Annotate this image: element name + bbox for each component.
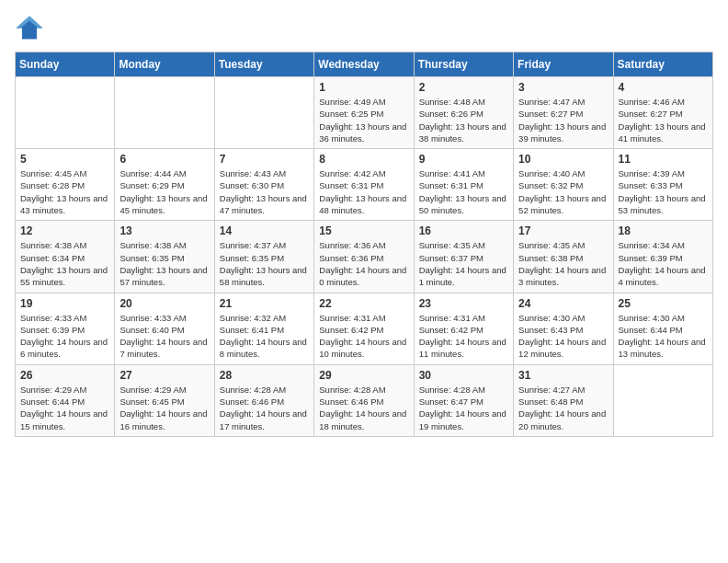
calendar-day-cell: 5Sunrise: 4:45 AM Sunset: 6:28 PM Daylig… [16,149,115,221]
calendar-day-cell: 16Sunrise: 4:35 AM Sunset: 6:37 PM Dayli… [414,221,513,293]
day-number: 23 [419,297,508,310]
day-info: Sunrise: 4:31 AM Sunset: 6:42 PM Dayligh… [419,312,508,361]
day-number: 29 [319,369,408,382]
day-info: Sunrise: 4:33 AM Sunset: 6:39 PM Dayligh… [20,312,109,361]
day-number: 18 [619,224,708,237]
day-number: 13 [119,224,209,237]
day-number: 9 [419,153,508,166]
day-of-week-header: Tuesday [214,52,313,77]
calendar-day-cell: 17Sunrise: 4:35 AM Sunset: 6:38 PM Dayli… [514,221,613,293]
day-info: Sunrise: 4:28 AM Sunset: 6:46 PM Dayligh… [220,384,309,432]
calendar-day-cell: 3Sunrise: 4:47 AM Sunset: 6:27 PM Daylig… [514,77,613,149]
day-info: Sunrise: 4:31 AM Sunset: 6:42 PM Dayligh… [319,312,408,361]
day-info: Sunrise: 4:44 AM Sunset: 6:29 PM Dayligh… [119,167,209,216]
calendar-header-row: SundayMondayTuesdayWednesdayThursdayFrid… [16,52,713,77]
day-info: Sunrise: 4:45 AM Sunset: 6:28 PM Dayligh… [20,167,109,216]
day-number: 20 [119,297,209,310]
day-info: Sunrise: 4:42 AM Sunset: 6:31 PM Dayligh… [319,167,408,216]
calendar-day-cell: 12Sunrise: 4:38 AM Sunset: 6:34 PM Dayli… [16,221,115,293]
calendar-week-row: 26Sunrise: 4:29 AM Sunset: 6:44 PM Dayli… [16,364,713,436]
day-of-week-header: Sunday [16,52,115,77]
day-info: Sunrise: 4:48 AM Sunset: 6:26 PM Dayligh… [419,96,508,144]
day-info: Sunrise: 4:47 AM Sunset: 6:27 PM Dayligh… [518,96,608,144]
calendar-day-cell: 11Sunrise: 4:39 AM Sunset: 6:33 PM Dayli… [613,149,712,221]
day-number: 4 [619,81,708,94]
day-info: Sunrise: 4:29 AM Sunset: 6:44 PM Dayligh… [20,384,109,432]
day-info: Sunrise: 4:32 AM Sunset: 6:41 PM Dayligh… [220,312,309,361]
day-info: Sunrise: 4:41 AM Sunset: 6:31 PM Dayligh… [419,167,508,216]
calendar-day-cell: 4Sunrise: 4:46 AM Sunset: 6:27 PM Daylig… [613,77,712,149]
day-number: 3 [518,81,608,94]
calendar-day-cell: 10Sunrise: 4:40 AM Sunset: 6:32 PM Dayli… [514,149,613,221]
calendar-day-cell: 24Sunrise: 4:30 AM Sunset: 6:43 PM Dayli… [514,293,613,364]
day-of-week-header: Monday [115,52,214,77]
day-info: Sunrise: 4:28 AM Sunset: 6:47 PM Dayligh… [419,384,508,432]
day-info: Sunrise: 4:36 AM Sunset: 6:36 PM Dayligh… [319,239,408,288]
calendar-day-cell [613,364,712,436]
day-info: Sunrise: 4:39 AM Sunset: 6:33 PM Dayligh… [619,167,708,216]
day-info: Sunrise: 4:37 AM Sunset: 6:35 PM Dayligh… [220,239,309,288]
page-header [15,15,713,40]
day-number: 11 [619,153,708,166]
day-number: 19 [20,297,109,310]
day-info: Sunrise: 4:35 AM Sunset: 6:37 PM Dayligh… [419,239,508,288]
day-number: 8 [319,153,408,166]
calendar-day-cell: 6Sunrise: 4:44 AM Sunset: 6:29 PM Daylig… [115,149,214,221]
calendar-day-cell: 30Sunrise: 4:28 AM Sunset: 6:47 PM Dayli… [414,364,513,436]
day-number: 7 [220,153,309,166]
day-number: 1 [319,81,408,94]
calendar-day-cell: 27Sunrise: 4:29 AM Sunset: 6:45 PM Dayli… [115,364,214,436]
calendar-day-cell: 29Sunrise: 4:28 AM Sunset: 6:46 PM Dayli… [314,364,414,436]
calendar-day-cell: 28Sunrise: 4:28 AM Sunset: 6:46 PM Dayli… [214,364,313,436]
calendar-table: SundayMondayTuesdayWednesdayThursdayFrid… [15,52,713,437]
day-info: Sunrise: 4:43 AM Sunset: 6:30 PM Dayligh… [220,167,309,216]
day-info: Sunrise: 4:38 AM Sunset: 6:34 PM Dayligh… [20,239,109,288]
day-number: 14 [220,224,309,237]
day-info: Sunrise: 4:34 AM Sunset: 6:39 PM Dayligh… [619,239,708,288]
calendar-day-cell: 8Sunrise: 4:42 AM Sunset: 6:31 PM Daylig… [314,149,414,221]
day-info: Sunrise: 4:30 AM Sunset: 6:44 PM Dayligh… [619,312,708,361]
calendar-day-cell: 22Sunrise: 4:31 AM Sunset: 6:42 PM Dayli… [314,293,414,364]
day-number: 15 [319,224,408,237]
calendar-day-cell: 31Sunrise: 4:27 AM Sunset: 6:48 PM Dayli… [514,364,613,436]
day-number: 10 [518,153,608,166]
day-of-week-header: Thursday [414,52,513,77]
day-number: 25 [619,297,708,310]
day-number: 27 [119,369,209,382]
calendar-day-cell: 26Sunrise: 4:29 AM Sunset: 6:44 PM Dayli… [16,364,115,436]
calendar-week-row: 5Sunrise: 4:45 AM Sunset: 6:28 PM Daylig… [16,149,713,221]
day-number: 16 [419,224,508,237]
day-info: Sunrise: 4:30 AM Sunset: 6:43 PM Dayligh… [518,312,608,361]
calendar-day-cell: 25Sunrise: 4:30 AM Sunset: 6:44 PM Dayli… [613,293,712,364]
day-number: 22 [319,297,408,310]
calendar-day-cell: 1Sunrise: 4:49 AM Sunset: 6:25 PM Daylig… [314,77,414,149]
calendar-day-cell: 23Sunrise: 4:31 AM Sunset: 6:42 PM Dayli… [414,293,513,364]
day-info: Sunrise: 4:27 AM Sunset: 6:48 PM Dayligh… [518,384,608,432]
day-number: 2 [419,81,508,94]
calendar-day-cell [115,77,214,149]
calendar-day-cell: 14Sunrise: 4:37 AM Sunset: 6:35 PM Dayli… [214,221,313,293]
day-number: 6 [119,153,209,166]
day-number: 12 [20,224,109,237]
day-number: 30 [419,369,508,382]
day-info: Sunrise: 4:40 AM Sunset: 6:32 PM Dayligh… [518,167,608,216]
calendar-day-cell: 19Sunrise: 4:33 AM Sunset: 6:39 PM Dayli… [16,293,115,364]
calendar-day-cell [16,77,115,149]
day-info: Sunrise: 4:29 AM Sunset: 6:45 PM Dayligh… [119,384,209,432]
logo-icon [15,15,44,40]
calendar-day-cell: 7Sunrise: 4:43 AM Sunset: 6:30 PM Daylig… [214,149,313,221]
calendar-day-cell: 20Sunrise: 4:33 AM Sunset: 6:40 PM Dayli… [115,293,214,364]
day-of-week-header: Wednesday [314,52,414,77]
calendar-week-row: 12Sunrise: 4:38 AM Sunset: 6:34 PM Dayli… [16,221,713,293]
day-number: 28 [220,369,309,382]
logo [15,15,50,40]
calendar-day-cell: 15Sunrise: 4:36 AM Sunset: 6:36 PM Dayli… [314,221,414,293]
day-number: 5 [20,153,109,166]
day-number: 17 [518,224,608,237]
day-of-week-header: Saturday [613,52,712,77]
day-of-week-header: Friday [514,52,613,77]
day-info: Sunrise: 4:28 AM Sunset: 6:46 PM Dayligh… [319,384,408,432]
calendar-day-cell: 2Sunrise: 4:48 AM Sunset: 6:26 PM Daylig… [414,77,513,149]
day-info: Sunrise: 4:33 AM Sunset: 6:40 PM Dayligh… [119,312,209,361]
day-info: Sunrise: 4:38 AM Sunset: 6:35 PM Dayligh… [119,239,209,288]
